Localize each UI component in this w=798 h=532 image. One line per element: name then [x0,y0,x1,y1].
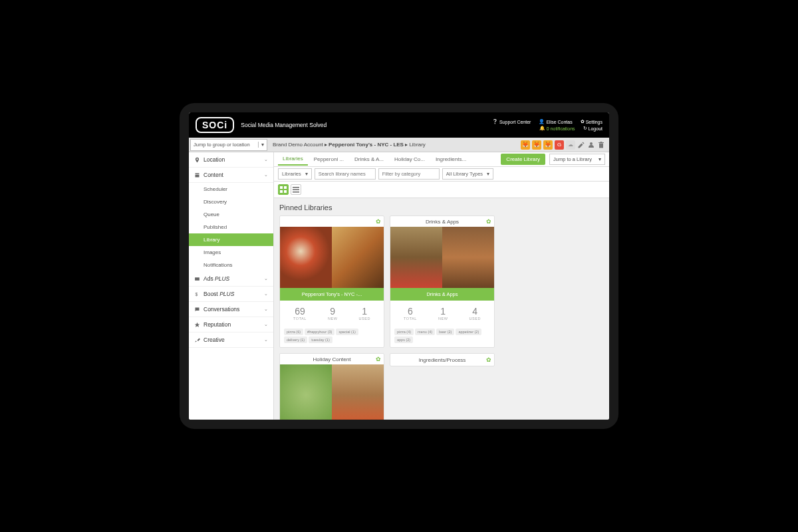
brush-icon [194,337,200,343]
card-thumbnail [280,364,384,420]
caret-icon: ▾ [598,156,601,162]
sidebar-item-reputation[interactable]: Reputation⌄ [189,317,273,332]
category-filter-input[interactable] [378,168,440,180]
network-badge-icon[interactable]: G [555,140,564,150]
tag[interactable]: beer (2) [436,329,454,335]
dollar-icon: $ [194,291,200,297]
libraries-filter-select[interactable]: Libraries ▾ [278,168,312,180]
svg-rect-0 [195,277,200,281]
tab-libraries[interactable]: Libraries [278,153,308,166]
library-card[interactable]: Drinks & Apps✿ Drinks & Apps 6TOTAL 1NEW… [390,215,495,348]
pencil-icon[interactable] [577,141,585,149]
search-input[interactable] [315,168,376,180]
breadcrumb-icons: 🦊 🦊 🦊 G ☁ [521,140,605,150]
list-icon [293,186,299,193]
sidebar-sub-published[interactable]: Published [189,221,273,233]
network-badge-icon[interactable]: ☁ [566,140,575,150]
chat-icon [194,307,200,313]
ads-icon [194,276,200,282]
card-tags: pizza (4) menu (4) beer (2) appetizer (2… [390,326,494,347]
caret-icon: ▾ [305,171,308,177]
sidebar-sub-scheduler[interactable]: Scheduler [189,183,273,196]
library-card[interactable]: ✿ Pepperoni Tony's - NYC -... 69TOTAL 9N… [279,215,384,348]
section-title: Pinned Libraries [279,203,604,211]
tabs-row: Libraries Pepperoni ... Drinks & A... Ho… [274,152,609,167]
tab-holiday[interactable]: Holiday Co... [390,154,430,165]
tab-drinks[interactable]: Drinks & A... [350,154,388,165]
tab-pepperoni[interactable]: Pepperoni ... [309,154,348,165]
sidebar-item-location[interactable]: Location⌄ [189,152,273,168]
list-view-button[interactable] [291,184,301,195]
card-header: Holiday Content✿ [280,354,384,364]
library-card[interactable]: Ingredients/Process✿ [390,353,495,366]
svg-rect-2 [280,186,283,189]
chevron-down-icon: ⌄ [264,157,268,162]
tab-ingredients[interactable]: Ingredients... [431,154,471,165]
tag[interactable]: appetizer (2) [456,329,481,335]
sidebar-sub-library[interactable]: Library [189,233,273,246]
tag[interactable]: #happyhour (3) [305,329,334,335]
gear-icon[interactable]: ✿ [486,218,491,225]
settings-link[interactable]: ✿ Settings [581,119,602,124]
tag[interactable]: delivery (1) [284,336,307,343]
svg-rect-7 [293,190,299,191]
tag[interactable]: tuesday (1) [309,336,332,343]
chevron-down-icon: ⌄ [264,291,268,297]
svg-rect-4 [280,190,283,193]
create-library-button[interactable]: Create Library [501,154,545,165]
sidebar-item-creative[interactable]: Creative⌄ [189,332,273,348]
main: Libraries Pepperoni ... Drinks & A... Ho… [274,152,609,420]
stat-total: 6 [404,306,417,317]
svg-rect-3 [284,186,287,189]
sidebar-sub-discovery[interactable]: Discovery [189,196,273,208]
network-badge-icon[interactable]: 🦊 [521,140,530,150]
gear-icon[interactable]: ✿ [486,356,491,363]
sidebar-sub-notifications[interactable]: Notifications [189,259,273,271]
grid-icon [280,186,287,193]
gear-icon[interactable]: ✿ [376,218,381,225]
trash-icon[interactable] [597,141,605,149]
network-badge-icon[interactable]: 🦊 [543,140,553,150]
sidebar-item-content[interactable]: Content⌄ [189,168,273,183]
svg-rect-5 [284,190,287,193]
sidebar-sub-queue[interactable]: Queue [189,208,273,221]
star-icon [194,322,200,328]
stat-new: 1 [438,306,448,317]
sidebar-item-ads[interactable]: Ads PLUS⌄ [189,271,273,287]
grid-view-button[interactable] [278,184,289,195]
app-screen: SOCi Social Media Management Solved ❔ Su… [189,112,609,420]
notifications-link[interactable]: 🔔 0 notifications [539,126,575,131]
library-types-select[interactable]: All Library Types ▾ [442,168,493,180]
content-area: Pinned Libraries ✿ Pepperoni Tony's - NY… [274,198,609,420]
jump-library-select[interactable]: Jump to a Library▾ [549,154,605,165]
card-open-button[interactable]: Drinks & Apps [390,288,494,301]
brand-logo: SOCi [196,117,234,133]
jump-group-select[interactable]: Jump to group or location▾ [190,139,267,151]
calendar-icon [194,172,200,178]
top-bar: SOCi Social Media Management Solved ❔ Su… [189,112,609,138]
support-link[interactable]: ❔ Support Center [492,119,531,124]
tag[interactable]: special (1) [336,329,358,335]
user-link[interactable]: 👤 Elise Contas [539,119,572,124]
card-header: ✿ [280,216,384,227]
network-badge-icon[interactable]: 🦊 [532,140,541,150]
chevron-down-icon: ⌄ [264,322,268,327]
tag[interactable]: pizza (6) [284,329,303,335]
tag[interactable]: menu (4) [415,329,435,335]
view-toggle-row [274,182,609,198]
chevron-down-icon: ⌄ [264,307,268,312]
svg-rect-8 [293,192,299,193]
sidebar-item-conversations[interactable]: Conversations⌄ [189,302,273,317]
logout-link[interactable]: ↻ Logout [583,126,602,131]
breadcrumb-bar: Jump to group or location▾ Brand Demo Ac… [189,138,609,152]
sidebar-sub-images[interactable]: Images [189,246,273,259]
top-links: ❔ Support Center 👤 Elise Contas ✿ Settin… [492,119,602,131]
sidebar-item-boost[interactable]: $Boost PLUS⌄ [189,287,273,302]
tag[interactable]: apps (2) [394,336,413,343]
card-tags: pizza (6) #happyhour (3) special (1) del… [280,326,384,347]
users-icon[interactable] [587,141,595,149]
library-card[interactable]: Holiday Content✿ Holiday Content 4TOTAL … [279,353,384,420]
gear-icon[interactable]: ✿ [376,356,381,362]
card-open-button[interactable]: Pepperoni Tony's - NYC -... [280,288,384,301]
tag[interactable]: pizza (4) [394,329,414,335]
